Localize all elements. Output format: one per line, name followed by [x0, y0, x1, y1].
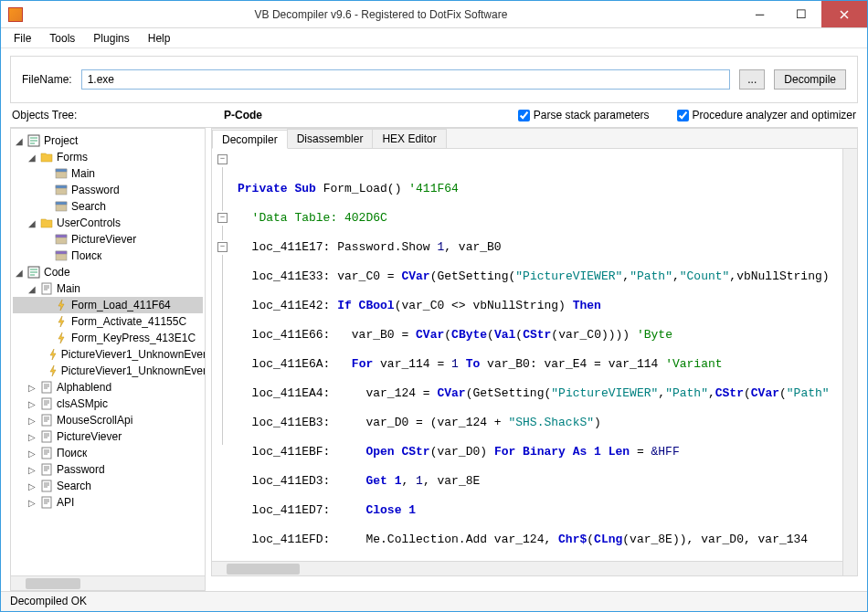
tree-pv1-unknown2[interactable]: .PictureViever1_UnknownEvent	[13, 363, 203, 379]
module-icon	[40, 480, 53, 492]
tree-forms[interactable]: ◢Forms	[13, 149, 203, 165]
menubar: File Tools Plugins Help	[1, 28, 867, 48]
tree-poisk2[interactable]: ▷Поиск	[13, 445, 203, 461]
svg-rect-18	[42, 464, 51, 475]
proc-analyzer-checkbox[interactable]: Procedure analyzer and optimizer	[677, 109, 856, 121]
app-icon	[8, 7, 23, 22]
menu-help[interactable]: Help	[141, 30, 178, 47]
tree-search2[interactable]: ▷Search	[13, 478, 203, 494]
svg-rect-10	[56, 251, 67, 254]
bolt-icon	[48, 348, 58, 361]
minimize-button[interactable]: ─	[739, 1, 780, 27]
folder-icon	[40, 216, 53, 229]
tree-pv1-unknown1[interactable]: .PictureViever1_UnknownEvent	[13, 346, 203, 363]
statusbar: Decompiled OK	[1, 591, 867, 611]
module-icon	[40, 496, 53, 509]
tree-uc-poisk[interactable]: .Поиск	[13, 248, 203, 264]
menu-plugins[interactable]: Plugins	[86, 30, 136, 47]
svg-rect-12	[42, 283, 51, 294]
module-icon	[40, 430, 53, 443]
folder-icon	[40, 151, 53, 164]
svg-rect-8	[56, 235, 67, 237]
tree-hscrollbar[interactable]	[10, 576, 206, 591]
tree-pictureviewer2[interactable]: ▷PictureViever	[13, 428, 203, 445]
fold-gutter: − − −	[212, 153, 234, 445]
svg-rect-13	[42, 382, 51, 393]
tree-mousescrollapi[interactable]: ▷MouseScrollApi	[13, 412, 203, 428]
svg-rect-4	[56, 185, 67, 188]
objects-tree[interactable]: ◢Project ◢Forms .Main .Password .Search …	[10, 128, 206, 576]
module-icon	[40, 397, 53, 410]
tab-hex[interactable]: HEX Editor	[372, 129, 446, 148]
menu-tools[interactable]: Tools	[42, 30, 82, 47]
menu-file[interactable]: File	[6, 30, 38, 47]
window-title: VB Decompiler v9.6 - Registered to DotFi…	[23, 8, 739, 21]
tree-alphablend[interactable]: ▷Alphablend	[13, 379, 203, 396]
form-icon	[55, 167, 68, 180]
pcode-label: P-Code	[224, 109, 352, 121]
svg-rect-20	[42, 497, 51, 508]
tree-form-password[interactable]: .Password	[13, 182, 203, 198]
module-icon	[40, 463, 53, 476]
objects-tree-label: Objects Tree:	[12, 109, 206, 121]
tree-form-load[interactable]: .Form_Load_411F64	[13, 297, 203, 313]
tab-decompiler[interactable]: Decompiler	[212, 130, 288, 149]
svg-rect-17	[42, 448, 51, 459]
svg-rect-16	[42, 431, 51, 442]
usercontrol-icon	[55, 249, 68, 262]
tree-form-keypress[interactable]: .Form_KeyPress_413E1C	[13, 330, 203, 346]
maximize-button[interactable]: ☐	[780, 1, 821, 27]
tree-usercontrols[interactable]: ◢UserControls	[13, 215, 203, 231]
close-button[interactable]	[821, 1, 867, 27]
module-icon	[40, 282, 53, 295]
usercontrol-icon	[55, 233, 68, 246]
svg-rect-19	[42, 480, 51, 491]
tree-clsasmpic[interactable]: ▷clsASMpic	[13, 396, 203, 412]
fold-icon[interactable]: −	[217, 242, 228, 252]
bolt-icon	[55, 315, 68, 328]
tree-form-main[interactable]: .Main	[13, 165, 203, 182]
tree-form-search[interactable]: .Search	[13, 198, 203, 215]
fold-icon[interactable]: −	[217, 213, 228, 223]
svg-rect-6	[56, 202, 67, 205]
filename-input[interactable]	[81, 69, 731, 90]
status-text: Decompiled OK	[10, 595, 87, 607]
tree-uc-pictureviewer[interactable]: .PictureViever	[13, 231, 203, 248]
form-icon	[55, 184, 68, 196]
filename-label: FileName:	[22, 73, 72, 86]
bolt-icon	[55, 332, 68, 344]
form-icon	[55, 200, 68, 213]
code-hscrollbar[interactable]	[212, 561, 842, 575]
tab-disassembler[interactable]: Disassembler	[287, 129, 374, 148]
bolt-icon	[55, 299, 68, 311]
svg-rect-14	[42, 398, 51, 409]
module-icon	[40, 381, 53, 394]
svg-rect-2	[56, 169, 67, 172]
browse-button[interactable]: ...	[739, 69, 765, 90]
code-view[interactable]: − − − Private Sub Form_Load() '411F64 'D…	[212, 149, 842, 561]
code-icon	[27, 266, 40, 279]
bolt-icon	[48, 364, 58, 377]
module-icon	[40, 414, 53, 427]
tree-code-main[interactable]: ◢Main	[13, 280, 203, 297]
svg-rect-15	[42, 415, 51, 426]
tree-code[interactable]: ◢Code	[13, 264, 203, 280]
parse-stack-checkbox[interactable]: Parse stack parameters	[518, 109, 650, 121]
code-vscrollbar[interactable]	[842, 149, 857, 575]
decompile-button[interactable]: Decompile	[774, 69, 846, 90]
tree-password2[interactable]: ▷Password	[13, 461, 203, 478]
tree-project[interactable]: ◢Project	[13, 132, 203, 149]
tree-api[interactable]: ▷API	[13, 494, 203, 511]
module-icon	[40, 447, 53, 459]
tree-form-activate[interactable]: .Form_Activate_41155C	[13, 313, 203, 330]
fold-icon[interactable]: −	[217, 154, 228, 164]
project-icon	[27, 134, 40, 147]
